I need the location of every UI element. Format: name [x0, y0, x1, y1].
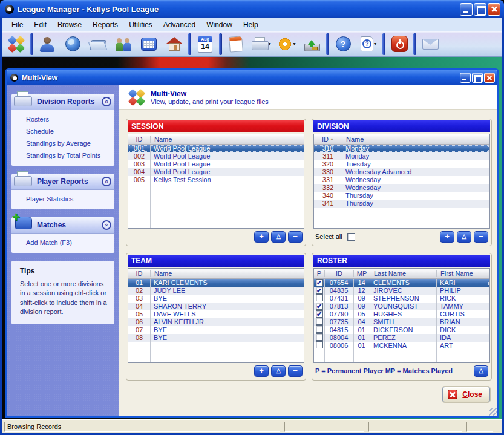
column-header-id[interactable]: ID: [128, 270, 150, 277]
maximize-button[interactable]: [474, 3, 486, 16]
sidebar-group-header[interactable]: Player Reports«: [11, 174, 114, 190]
dropdown-arrow-icon[interactable]: ▾: [374, 41, 376, 47]
email-button[interactable]: [417, 33, 443, 56]
print-button[interactable]: ▾: [249, 33, 274, 56]
checked-checkbox[interactable]: ✔: [316, 303, 323, 310]
column-header-first-name[interactable]: First Name: [436, 270, 489, 277]
list-item[interactable]: 02JUDY LEE: [128, 287, 304, 295]
list-item[interactable]: 004World Pool League: [128, 168, 304, 176]
select-all-checkbox[interactable]: [347, 233, 355, 241]
list-item[interactable]: 330Wednesday Advanced: [314, 168, 489, 176]
column-header-name[interactable]: Name: [150, 136, 304, 143]
close-button[interactable]: Close: [442, 387, 490, 402]
roster-row[interactable]: ✔0483512JIROVECPHILIP: [314, 287, 489, 295]
menu-help[interactable]: Help: [238, 19, 264, 31]
roster-edit-button[interactable]: △: [474, 365, 488, 377]
unchecked-checkbox[interactable]: [316, 341, 323, 348]
column-header-id[interactable]: ID▲: [314, 136, 342, 143]
division-list[interactable]: ID▲Name 310Monday311Monday320Tuesday330W…: [313, 134, 490, 229]
team-list[interactable]: IDName 01KARI CLEMENTS02JUDY LEE03BYE04S…: [128, 268, 304, 363]
list-item[interactable]: 05DAVE WELLS: [128, 310, 304, 318]
unchecked-checkbox[interactable]: [316, 325, 323, 333]
list-item[interactable]: 311Monday: [314, 152, 489, 160]
notes-button[interactable]: [223, 33, 249, 56]
sidebar-item[interactable]: Rosters: [11, 113, 114, 125]
roster-row[interactable]: ✔0765414CLEMENTSKARI: [314, 279, 489, 287]
list-item[interactable]: 341Thursday: [314, 200, 489, 208]
close-window-button[interactable]: [488, 3, 500, 16]
multiview-button[interactable]: [4, 33, 29, 56]
open-button[interactable]: [85, 33, 111, 56]
checked-checkbox[interactable]: ✔: [316, 310, 323, 318]
list-item[interactable]: 310Monday: [314, 145, 489, 152]
list-item[interactable]: 001World Pool League: [128, 145, 304, 152]
home-button[interactable]: [162, 33, 187, 56]
players-button[interactable]: [34, 33, 60, 56]
sidebar-item[interactable]: Add Match (F3): [11, 237, 114, 249]
roster-row[interactable]: 0481501DICKERSONDICK: [314, 326, 489, 334]
column-header-p[interactable]: P: [314, 270, 324, 277]
roster-list[interactable]: PIDMPLast NameFirst Name ✔0765414CLEMENT…: [313, 268, 490, 363]
menu-advanced[interactable]: Advanced: [158, 19, 201, 31]
sidebar-item[interactable]: Standings by Total Points: [11, 149, 114, 162]
list-item[interactable]: 003World Pool League: [128, 160, 304, 168]
help-button[interactable]: ?: [330, 33, 356, 56]
collapse-chevron-icon[interactable]: «: [102, 220, 111, 230]
dropdown-arrow-icon[interactable]: ▾: [268, 41, 270, 47]
list-item[interactable]: 07BYE: [128, 326, 304, 334]
session-list[interactable]: IDName 001World Pool League002World Pool…: [128, 134, 304, 229]
column-header-last-name[interactable]: Last Name: [370, 270, 436, 277]
session-add-button[interactable]: +: [254, 231, 269, 243]
session-edit-button[interactable]: △: [271, 231, 286, 243]
team-add-button[interactable]: +: [254, 365, 269, 377]
unchecked-checkbox[interactable]: [316, 294, 323, 301]
unchecked-checkbox[interactable]: [316, 333, 323, 341]
backup-button[interactable]: [299, 33, 325, 56]
menu-reports[interactable]: Reports: [87, 19, 123, 31]
list-item[interactable]: 04SHARON TERRY: [128, 303, 304, 310]
resize-grip[interactable]: [489, 408, 497, 416]
collapse-chevron-icon[interactable]: «: [102, 177, 111, 186]
list-item[interactable]: 005Kellys Test Session: [128, 176, 304, 184]
list-item[interactable]: 331Wednesday: [314, 176, 489, 184]
dropdown-arrow-icon[interactable]: ▾: [293, 41, 295, 47]
roster-row[interactable]: 0773504SMITHBRIAN: [314, 318, 489, 326]
roster-row[interactable]: ✔0781309YOUNGQUISTTAMMY: [314, 303, 489, 310]
menu-file[interactable]: File: [6, 19, 28, 31]
column-header-name[interactable]: Name: [150, 270, 304, 277]
list-item[interactable]: 06ALVIN KEITH JR.: [128, 318, 304, 326]
list-item[interactable]: 08BYE: [128, 334, 304, 342]
list-item[interactable]: 002World Pool League: [128, 152, 304, 160]
roster-row[interactable]: 0800601MCKENNAART: [314, 342, 489, 350]
minimize-button[interactable]: [460, 3, 473, 16]
child-maximize-button[interactable]: [472, 73, 483, 83]
teams-button[interactable]: [111, 33, 136, 56]
exit-button[interactable]: [387, 33, 412, 56]
sidebar-item[interactable]: Schedule: [11, 125, 114, 137]
sidebar-group-header[interactable]: Matches«: [11, 217, 114, 234]
help-topics-button[interactable]: ?▾: [356, 33, 381, 56]
menu-window[interactable]: Window: [201, 19, 238, 31]
menu-browse[interactable]: Browse: [52, 19, 87, 31]
menu-edit[interactable]: Edit: [28, 19, 52, 31]
collapse-chevron-icon[interactable]: «: [102, 97, 111, 106]
list-item[interactable]: 340Thursday: [314, 192, 489, 200]
column-header-id[interactable]: ID: [128, 136, 150, 143]
list-item[interactable]: 03BYE: [128, 295, 304, 303]
roster-row[interactable]: 0743109STEPHENSONRICK: [314, 295, 489, 303]
list-item[interactable]: 320Tuesday: [314, 160, 489, 168]
team-edit-button[interactable]: △: [271, 365, 286, 377]
division-add-button[interactable]: +: [440, 231, 454, 243]
list-item[interactable]: 01KARI CLEMENTS: [128, 279, 304, 287]
division-delete-button[interactable]: −: [474, 231, 488, 243]
list-item[interactable]: 332Wednesday: [314, 184, 489, 192]
web-button[interactable]: [60, 33, 85, 56]
team-delete-button[interactable]: −: [288, 365, 303, 377]
checked-checkbox[interactable]: ✔: [316, 287, 323, 294]
sidebar-group-header[interactable]: Division Reports«: [11, 94, 114, 110]
column-header-mp[interactable]: MP: [353, 270, 370, 277]
calendar-button[interactable]: Aug 14: [192, 33, 218, 56]
child-close-button[interactable]: [484, 73, 495, 83]
unchecked-checkbox[interactable]: [316, 318, 323, 325]
division-edit-button[interactable]: △: [457, 231, 471, 243]
